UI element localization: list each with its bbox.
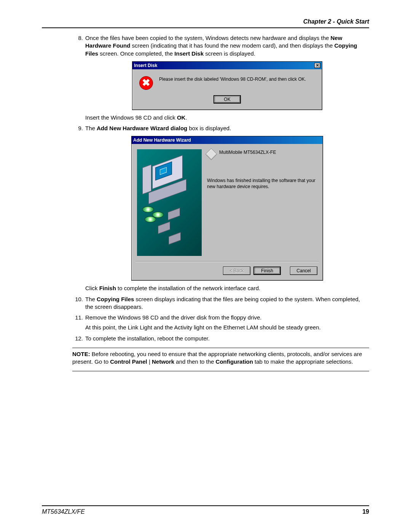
step-10: 10. The Copying Files screen displays in…: [72, 296, 369, 311]
dialog-title: Insert Disk: [134, 62, 157, 69]
step-number: 11.: [72, 314, 83, 321]
step-text: The Add New Hardware Wizard dialog box i…: [85, 125, 231, 131]
step-number: 9.: [72, 125, 83, 132]
step-9: 9. The Add New Hardware Wizard dialog bo…: [72, 125, 369, 292]
step-12: 12. To complete the installation, reboot…: [72, 335, 369, 342]
page-header: Chapter 2 - Quick Start: [42, 18, 369, 28]
step-11: 11. Remove the Windows 98 CD and the dri…: [72, 314, 369, 332]
cancel-button[interactable]: Cancel: [290, 267, 317, 275]
step-8-followup: Insert the Windows 98 CD and click OK.: [85, 114, 369, 121]
wizard-message: Windows has finished installing the soft…: [207, 177, 316, 190]
dialog-titlebar: Insert Disk ✕: [132, 62, 322, 69]
separator: [72, 348, 369, 348]
footer-model: MT5634ZLX/FE: [42, 508, 85, 515]
page-footer: MT5634ZLX/FE 19: [42, 505, 369, 515]
footer-page-number: 19: [362, 508, 369, 515]
step-text: Remove the Windows 98 CD and the driver …: [85, 314, 262, 321]
wizard-sidebar-art: [137, 149, 202, 256]
step-number: 10.: [72, 296, 83, 303]
hardware-wizard-dialog: Add New Hardware Wizard: [131, 136, 323, 281]
step-11-line2: At this point, the Link Light and the Ac…: [85, 324, 369, 331]
dialog-titlebar: Add New Hardware Wizard: [132, 136, 323, 144]
step-number: 8.: [72, 34, 83, 42]
step-text: Once the files have been copied to the s…: [85, 35, 357, 57]
dialog-title: Add New Hardware Wizard: [133, 137, 191, 143]
step-text: To complete the installation, reboot the…: [85, 335, 210, 342]
step-number: 12.: [72, 335, 83, 342]
insert-disk-dialog: Insert Disk ✕ ✖ Please insert the disk l…: [132, 61, 322, 110]
dialog-message: Please insert the disk labeled 'Windows …: [159, 76, 306, 82]
separator: [72, 371, 369, 371]
error-icon: ✖: [139, 76, 153, 90]
ok-button[interactable]: OK: [213, 95, 241, 104]
device-icon: [205, 149, 217, 160]
step-8: 8. Once the files have been copied to th…: [72, 34, 369, 121]
finish-button[interactable]: Finish: [253, 267, 281, 275]
note-block: NOTE: Before rebooting, you need to ensu…: [72, 350, 369, 366]
step-text: The Copying Files screen displays indica…: [85, 296, 360, 310]
back-button: < Back: [223, 267, 250, 275]
close-icon[interactable]: ✕: [314, 63, 320, 68]
device-name: MultiMobile MT5634ZLX-FE: [219, 149, 276, 155]
step-9-followup: Click Finish to complete the installatio…: [85, 284, 369, 292]
